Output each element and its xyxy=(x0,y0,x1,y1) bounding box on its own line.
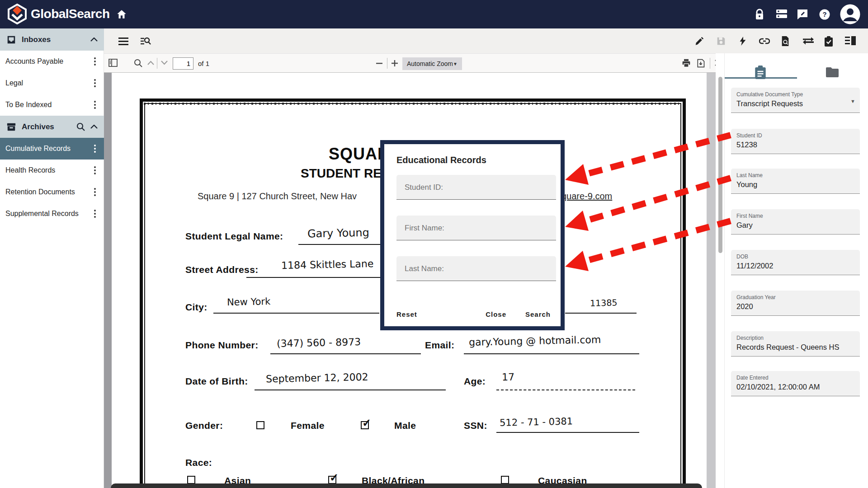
chevron-up-icon[interactable] xyxy=(90,38,98,42)
sidebar-item-health-records[interactable]: Health Records xyxy=(0,160,104,181)
user-avatar[interactable] xyxy=(840,4,860,24)
kebab-menu-icon[interactable] xyxy=(91,165,99,175)
item-label: Health Records xyxy=(5,166,55,174)
field-label: Date Entered xyxy=(736,375,854,381)
sidebar-item-cumulative-records[interactable]: Cumulative Records xyxy=(0,138,104,160)
student-id-search-field[interactable]: Student ID: xyxy=(396,175,556,200)
field-date-entered[interactable]: Date Entered 02/10/2021, 12:00:00 AM xyxy=(731,371,860,396)
top-navbar: GlobalSearch ? xyxy=(0,0,868,28)
phone-label: Phone Number: xyxy=(185,340,259,351)
female-label: Female xyxy=(291,420,325,431)
save-icon[interactable] xyxy=(716,36,726,46)
pdf-scrollbar[interactable] xyxy=(707,73,716,488)
sidebar: Inboxes Accounts Payable Legal To Be Ind… xyxy=(0,28,104,488)
field-label: Last Name xyxy=(736,172,854,178)
panel-scrollbar[interactable] xyxy=(718,77,722,253)
tab-index-data[interactable] xyxy=(725,60,796,85)
panel-layout-icon[interactable] xyxy=(845,36,855,46)
asian-checkbox[interactable] xyxy=(187,476,195,484)
viewer-left-edge xyxy=(104,73,112,488)
zoom-out-icon[interactable] xyxy=(376,60,385,69)
sidebar-section-archives[interactable]: Archives xyxy=(0,116,104,138)
home-icon[interactable] xyxy=(116,9,127,20)
kebab-menu-icon[interactable] xyxy=(91,100,99,110)
zoom-level-select[interactable]: Automatic Zoom ▼ xyxy=(402,57,462,70)
field-graduation-year[interactable]: Graduation Year 2020 xyxy=(731,291,860,316)
sidebar-section-label: Archives xyxy=(22,122,54,131)
legal-name-label: Student Legal Name: xyxy=(185,231,283,242)
street-label: Street Address: xyxy=(185,264,259,275)
dialog-title: Educational Records xyxy=(396,155,486,165)
help-icon[interactable]: ? xyxy=(819,9,830,20)
first-name-search-field[interactable]: First Name: xyxy=(396,216,556,240)
tab-folder[interactable] xyxy=(797,60,868,85)
dob-label: Date of Birth: xyxy=(185,376,248,387)
search-button[interactable]: Search xyxy=(525,310,551,318)
menu-hamburger-icon[interactable] xyxy=(118,36,128,46)
form-subtitle: STUDENT REC xyxy=(301,166,391,181)
male-checkbox[interactable] xyxy=(361,421,369,429)
sidebar-item-retention-documents[interactable]: Retention Documents xyxy=(0,181,104,203)
legal-name-value: Gary Young xyxy=(307,226,369,240)
caucasian-checkbox[interactable] xyxy=(501,476,509,484)
field-value: Young xyxy=(736,180,854,189)
search-icon[interactable] xyxy=(76,122,85,131)
kebab-menu-icon[interactable] xyxy=(91,187,99,197)
form-website: quare-9.com xyxy=(561,191,612,202)
age-label: Age: xyxy=(464,376,486,387)
globalsearch-logo-icon xyxy=(7,4,27,24)
field-description[interactable]: Description Records Request - Queens HS xyxy=(731,331,860,357)
sidebar-item-accounts-payable[interactable]: Accounts Payable xyxy=(0,51,104,72)
field-student-id[interactable]: Student ID 51238 xyxy=(731,129,860,154)
close-button[interactable]: Close xyxy=(486,310,506,318)
toggle-sidebar-icon[interactable] xyxy=(108,59,118,68)
quick-actions-lightning-icon[interactable] xyxy=(738,36,748,46)
kebab-menu-icon[interactable] xyxy=(91,209,99,219)
page-number-input[interactable] xyxy=(173,57,193,70)
phone-value: (347) 560 - 8973 xyxy=(277,336,361,349)
female-checkbox[interactable] xyxy=(256,421,264,429)
brand-name: GlobalSearch xyxy=(31,7,110,21)
field-first-name[interactable]: First Name Gary xyxy=(731,209,860,235)
field-cumulative-document-type[interactable]: Cumulative Document Type Transcript Requ… xyxy=(731,88,860,113)
previous-page-icon[interactable] xyxy=(147,61,156,70)
document-search-icon[interactable] xyxy=(781,36,791,46)
sidebar-section-inboxes[interactable]: Inboxes xyxy=(0,28,104,51)
age-value: 17 xyxy=(502,371,515,383)
feedback-chat-icon[interactable] xyxy=(797,9,808,20)
kebab-menu-icon[interactable] xyxy=(91,56,99,66)
zoom-in-icon[interactable] xyxy=(392,60,401,69)
archive-box-icon xyxy=(6,122,16,132)
storage-icon[interactable] xyxy=(776,9,788,20)
gender-label: Gender: xyxy=(185,420,223,431)
zoom-level-value: Automatic Zoom xyxy=(407,60,453,67)
sidebar-item-to-be-indexed[interactable]: To Be Indexed xyxy=(0,94,104,116)
download-icon[interactable] xyxy=(696,59,705,68)
sidebar-item-legal[interactable]: Legal xyxy=(0,72,104,94)
edit-pencil-icon[interactable] xyxy=(694,36,704,46)
email-label: Email: xyxy=(425,340,454,351)
lock-icon[interactable] xyxy=(754,9,766,20)
clipboard-check-icon[interactable] xyxy=(824,36,834,46)
field-last-name[interactable]: Last Name Young xyxy=(731,169,860,194)
last-name-search-field[interactable]: Last Name: xyxy=(396,256,556,281)
chevron-down-icon[interactable]: ▼ xyxy=(850,99,855,104)
find-in-document-icon[interactable] xyxy=(134,59,143,68)
chevron-up-icon[interactable] xyxy=(90,125,98,129)
search-results-list-icon[interactable] xyxy=(140,36,150,46)
sidebar-item-supplemental-records[interactable]: Supplemental Records xyxy=(0,203,104,225)
next-page-icon[interactable] xyxy=(161,61,170,70)
field-label: First Name xyxy=(736,213,854,219)
field-dob[interactable]: DOB 11/12/2002 xyxy=(731,250,860,275)
swap-transfer-icon[interactable] xyxy=(802,36,812,46)
link-icon[interactable] xyxy=(759,36,769,46)
field-value: 51238 xyxy=(736,141,854,149)
reset-button[interactable]: Reset xyxy=(396,310,417,318)
sidebar-section-label: Inboxes xyxy=(22,35,51,44)
print-icon[interactable] xyxy=(682,59,691,68)
brand: GlobalSearch xyxy=(7,4,110,24)
kebab-menu-icon[interactable] xyxy=(91,78,99,88)
kebab-menu-icon[interactable] xyxy=(91,144,99,154)
item-label: To Be Indexed xyxy=(5,101,52,109)
black-african-checkbox[interactable] xyxy=(328,476,336,484)
